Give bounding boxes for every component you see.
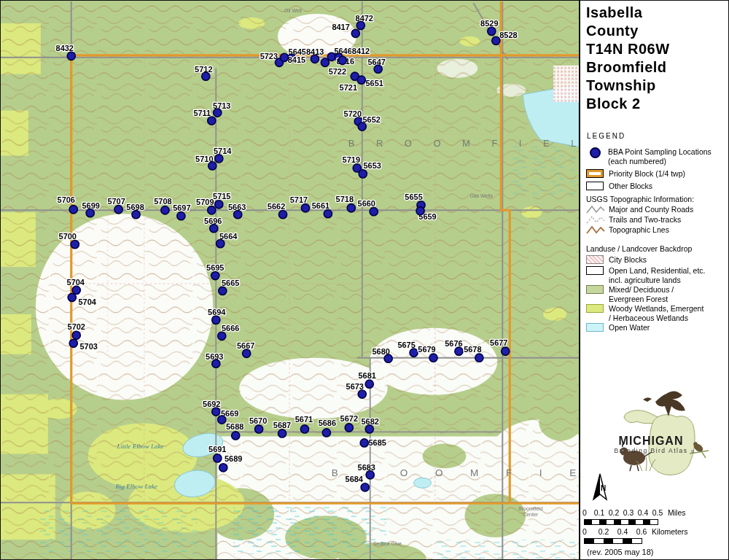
scale-segment	[585, 539, 594, 543]
scale-segment	[650, 520, 658, 524]
bba-point-5676	[455, 347, 463, 355]
bba-point-label-5662: 5662	[268, 202, 285, 211]
bba-point-label-5677: 5677	[490, 338, 507, 347]
scale-tick: 0.3	[623, 508, 634, 517]
bba-point-label-5678: 5678	[464, 345, 481, 354]
mba-logo: MICHIGAN Breeding Bird Atlas II	[580, 391, 729, 482]
logo-title: MICHIGAN	[619, 435, 684, 447]
bba-point-5707	[114, 206, 122, 214]
bba-point-label-8415: 8415	[288, 55, 305, 64]
bba-point-5710	[208, 162, 217, 170]
township-name-upper: B R O O M F I E L D	[348, 138, 579, 149]
city-blocks-patch	[553, 66, 579, 102]
bba-point-5700	[71, 241, 79, 249]
bba-point-legend-icon	[590, 147, 601, 158]
bba-point-label-8432: 8432	[56, 44, 74, 52]
bba-point-label-5708: 5708	[154, 197, 171, 206]
bba-point-label-5671: 5671	[295, 416, 313, 424]
scale-segment	[594, 539, 604, 543]
scale-unit: Miles	[668, 508, 686, 517]
bba-point-5673	[358, 390, 366, 398]
major-road-line-icon	[586, 205, 605, 214]
bba-point-5664	[217, 240, 225, 248]
topo-line-icon	[586, 225, 605, 235]
bba-point-5670	[255, 425, 263, 433]
bba-point-5697	[177, 212, 185, 220]
bba-point-5703	[69, 339, 77, 347]
bba-point-5704	[68, 293, 76, 301]
bba-point-label-5675: 5675	[397, 341, 415, 349]
lake-name-little-elbow: Little Elbow Lake	[117, 443, 164, 450]
legend-label: incl. agriculture lands	[609, 276, 681, 284]
logo-numeral: II	[691, 448, 695, 454]
bba-point-5659	[416, 207, 424, 215]
bba-point-5686	[322, 429, 330, 437]
bba-point-5687	[278, 429, 286, 438]
bba-point-label-5692: 5692	[203, 400, 220, 408]
bba-point-5688	[232, 432, 240, 440]
bba-point-5666	[218, 332, 226, 340]
legend-item-bba-points: BBA Point Sampling Locations (each numbe…	[586, 147, 712, 166]
bba-point-label-5651: 5651	[366, 79, 383, 88]
city-blocks-swatch	[586, 255, 604, 264]
bba-point-5675	[410, 349, 418, 357]
priority-block-swatch	[586, 169, 604, 178]
bba-point-label-5711: 5711	[193, 109, 211, 117]
bba-point-label-8417: 8417	[332, 23, 349, 31]
scale-segment	[623, 539, 632, 543]
bba-point-label-5689: 5689	[225, 454, 242, 463]
scale-tick: 0	[582, 527, 587, 536]
scale-tick: 0.2	[599, 527, 609, 536]
bba-point-5702	[72, 331, 80, 339]
bba-point-label-5683: 5683	[358, 463, 375, 472]
revision-note: (rev. 2005 may 18)	[587, 548, 654, 556]
bba-point-label-5718: 5718	[336, 195, 354, 203]
bba-point-label-5665: 5665	[222, 279, 239, 287]
bba-point-label-5679: 5679	[418, 345, 435, 354]
lake-name-big-elbow: Big Elbow Lake	[116, 483, 157, 490]
bba-point-5682	[365, 425, 373, 433]
bba-point-label-5687: 5687	[273, 421, 291, 429]
broomfield-center-label-1: Broomfield	[518, 506, 542, 511]
bba-point-label-5661: 5661	[312, 201, 330, 210]
title-line: T14N R06W	[586, 40, 670, 58]
bba-point-5691	[214, 454, 222, 462]
bba-point-5680	[384, 354, 392, 362]
bba-point-label-5691: 5691	[208, 445, 226, 454]
legend-label: Priority Block (1/4 twp)	[609, 169, 685, 179]
bba-point-label-5652: 5652	[363, 115, 381, 124]
bba-point-label-5720: 5720	[344, 109, 362, 118]
usgs-heading: USGS Topographic Information:	[586, 195, 694, 203]
legend-label: Trails and Two-tracks	[609, 215, 681, 225]
trail-line-icon	[586, 215, 605, 225]
bba-point-label-5697: 5697	[173, 203, 190, 212]
scale-unit: Kilometers	[652, 527, 688, 536]
bba-point-5677	[502, 347, 510, 355]
bba-point-5653	[359, 170, 367, 178]
legend-item-major-roads: Major and County Roads	[586, 205, 693, 214]
bba-point-8415	[280, 53, 288, 61]
forest-swatch	[586, 285, 604, 294]
scale-tick: 0.4	[638, 508, 649, 517]
bba-point-label-5704: 5704	[78, 298, 96, 306]
bba-point-label-8529: 8529	[480, 19, 498, 28]
legend-label: (each numbered)	[608, 157, 666, 166]
bba-point-8416	[338, 56, 346, 64]
bba-point-5715	[215, 201, 223, 209]
scale-tick: 0.4	[617, 527, 628, 536]
bba-point-8432	[67, 52, 75, 60]
open-water-swatch	[586, 323, 604, 332]
scale-tick: 0.5	[652, 508, 663, 517]
north-arrow: N	[592, 473, 608, 504]
scale-segment	[636, 520, 643, 524]
bba-point-label-5721: 5721	[340, 83, 357, 92]
bba-point-5652	[358, 122, 366, 131]
bba-point-label-5702: 5702	[68, 322, 85, 331]
legend-item-open-water: Open Water	[586, 323, 650, 332]
bba-point-8417	[351, 29, 359, 37]
bba-point-5694	[212, 316, 220, 324]
bba-point-5661	[324, 210, 332, 218]
scale-segment	[585, 520, 592, 524]
map-panel: B R O O M F I E L D B R O O M F I E L D …	[1, 1, 580, 560]
bba-point-label-5694: 5694	[208, 308, 226, 316]
